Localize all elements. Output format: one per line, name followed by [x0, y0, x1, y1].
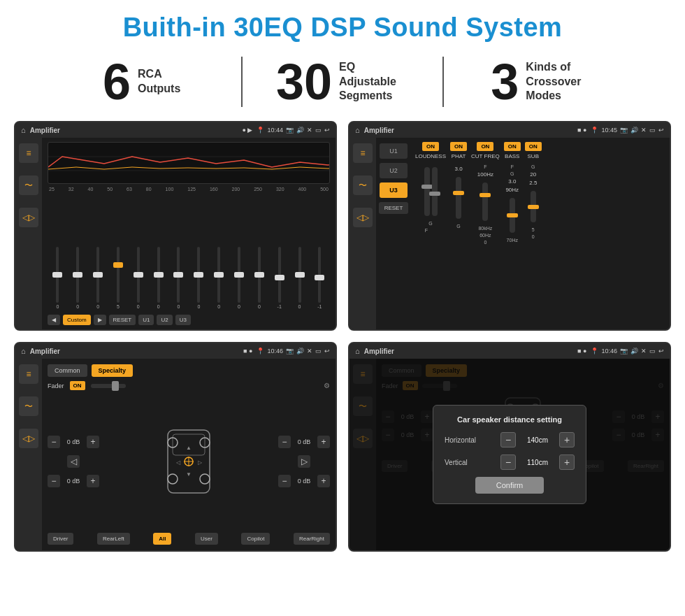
settings-icon[interactable]: ⚙	[324, 382, 330, 389]
eq-slider-1[interactable]: 0	[73, 247, 82, 309]
eq-mode-icon[interactable]: ≡	[19, 143, 38, 163]
volume-ctrl-icon-2[interactable]: ◁▷	[353, 208, 373, 227]
eq-slider-7[interactable]: 0	[194, 247, 203, 309]
window-icon-2: ▭	[649, 127, 656, 134]
eq-slider-12[interactable]: 0	[295, 247, 305, 309]
home-icon-4[interactable]: ⌂	[355, 347, 360, 355]
eq-slider-0[interactable]: 0	[52, 247, 62, 309]
user-btn-3[interactable]: User	[195, 533, 218, 545]
eq-sliders-row: 0 0 0 5 0	[48, 194, 330, 312]
cutfreq-on-btn[interactable]: ON	[477, 142, 493, 151]
driver-btn[interactable]: Driver	[48, 533, 73, 545]
wave-icon[interactable]: 〜	[19, 176, 38, 195]
home-icon-2[interactable]: ⌂	[355, 126, 360, 134]
u1-btn-1[interactable]: U1	[138, 315, 154, 325]
top-right-db: − 0 dB +	[278, 436, 330, 448]
eq-slider-2[interactable]: 0	[93, 247, 103, 309]
vertical-value: 110cm	[520, 459, 555, 466]
home-icon-3[interactable]: ⌂	[21, 347, 26, 355]
vertical-minus-btn[interactable]: −	[500, 454, 516, 470]
home-icon-1[interactable]: ⌂	[21, 126, 26, 134]
distance-dialog: Car speaker distance setting Horizontal …	[433, 405, 586, 504]
left-btn[interactable]: ◁	[67, 455, 80, 468]
bottom-right-minus[interactable]: −	[278, 475, 291, 487]
status-bar-3: ⌂ Amplifier ■ ● 📍 10:46 📷 🔊 ✕ ▭ ↩	[15, 343, 336, 359]
vertical-plus-btn[interactable]: +	[559, 454, 575, 470]
horizontal-plus-btn[interactable]: +	[559, 432, 575, 447]
page-title: Buith-in 30EQ DSP Sound System	[0, 0, 685, 50]
mode-tabs: Common Specialty	[48, 364, 330, 377]
u3-select-btn[interactable]: U3	[380, 182, 408, 198]
app-name-4: Amplifier	[364, 348, 573, 355]
top-left-plus[interactable]: +	[87, 436, 99, 448]
speaker-layout: − 0 dB + ◁ − 0 dB +	[48, 394, 330, 529]
loudness-on-btn[interactable]: ON	[422, 142, 439, 151]
confirm-button[interactable]: Confirm	[475, 477, 545, 494]
dialog-title: Car speaker distance setting	[445, 415, 575, 424]
u3-btn-1[interactable]: U3	[175, 315, 191, 325]
phat-on-btn[interactable]: ON	[450, 142, 467, 151]
eq-slider-6[interactable]: 0	[173, 247, 183, 309]
bottom-left-minus[interactable]: −	[48, 475, 60, 487]
specialty-tab[interactable]: Specialty	[92, 364, 134, 377]
bottom-btns-3: Driver RearLeft All User Copilot RearRig…	[48, 533, 330, 545]
vertical-row: Vertical − 110cm +	[445, 454, 575, 470]
reset-btn-2[interactable]: RESET	[379, 202, 409, 214]
u2-select-btn[interactable]: U2	[380, 163, 408, 178]
prev-preset-btn[interactable]: ◀	[48, 315, 60, 325]
u2-btn-1[interactable]: U2	[157, 315, 172, 325]
status-bar-2: ⌂ Amplifier ■ ● 📍 10:45 📷 🔊 ✕ ▭ ↩	[349, 122, 670, 138]
horizontal-minus-btn[interactable]: −	[500, 432, 516, 447]
next-preset-btn[interactable]: ▶	[94, 315, 106, 325]
eq-slider-9[interactable]: 0	[234, 247, 244, 309]
back-icon-2: ↩	[658, 127, 664, 134]
top-right-minus[interactable]: −	[278, 436, 291, 448]
wave-icon-3[interactable]: 〜	[19, 396, 38, 416]
volume-ctrl-icon[interactable]: ◁▷	[19, 208, 38, 227]
eq-slider-8[interactable]: 0	[214, 247, 224, 309]
eq-slider-4[interactable]: 0	[134, 247, 143, 309]
svg-text:▲: ▲	[186, 445, 192, 451]
eq-slider-5[interactable]: 0	[154, 247, 164, 309]
copilot-btn[interactable]: Copilot	[241, 533, 270, 545]
bass-col: ON BASS F G 3.0 90Hz 70Hz	[504, 142, 521, 325]
bass-on-btn[interactable]: ON	[504, 142, 521, 151]
sub-on-btn[interactable]: ON	[525, 142, 542, 151]
top-right-plus[interactable]: +	[317, 436, 330, 448]
horizontal-label: Horizontal	[445, 436, 486, 444]
right-btn[interactable]: ▷	[298, 455, 310, 468]
fader-on-btn[interactable]: ON	[70, 381, 85, 390]
custom-btn[interactable]: Custom	[63, 315, 91, 325]
nav-arrows-right: ▷	[278, 455, 330, 468]
dialog-overlay: Car speaker distance setting Horizontal …	[349, 359, 670, 550]
bottom-left-plus[interactable]: +	[87, 475, 99, 487]
rear-right-btn[interactable]: RearRight	[294, 533, 330, 545]
common-tab[interactable]: Common	[48, 364, 87, 377]
top-left-minus[interactable]: −	[48, 436, 60, 448]
status-bar-1: ⌂ Amplifier ● ▶ 📍 10:44 📷 🔊 ✕ ▭ ↩	[15, 122, 336, 138]
fader-row: Fader ON ⚙	[48, 381, 330, 390]
reset-btn-1[interactable]: RESET	[109, 315, 136, 325]
wave-icon-2[interactable]: 〜	[353, 176, 373, 195]
side-icons-1: ≡ 〜 ◁▷	[15, 138, 42, 329]
eq-slider-11[interactable]: -1	[275, 247, 284, 309]
eq-slider-13[interactable]: -1	[315, 247, 324, 309]
balance-icon-3[interactable]: ◁▷	[19, 429, 38, 448]
svg-point-6	[168, 474, 178, 484]
stat-rca-desc: RCA Outputs	[138, 67, 180, 96]
screen-distance: ⌂ Amplifier ■ ● 📍 10:46 📷 🔊 ✕ ▭ ↩ ≡ 〜 ◁▷	[348, 342, 671, 552]
fader-slider[interactable]	[91, 384, 126, 388]
close-icon-4: ✕	[641, 348, 647, 354]
top-left-val: 0 dB	[63, 438, 84, 445]
u1-select-btn[interactable]: U1	[380, 143, 408, 159]
bottom-right-plus[interactable]: +	[317, 475, 330, 487]
eq-slider-3[interactable]: 5	[113, 247, 123, 309]
rear-left-btn[interactable]: RearLeft	[97, 533, 130, 545]
eq-mode-icon-2[interactable]: ≡	[353, 143, 373, 163]
status-icons-1: 📍 10:44 📷 🔊 ✕ ▭ ↩	[257, 127, 330, 134]
bass-label: BASS	[505, 153, 519, 159]
eq-slider-10[interactable]: 0	[254, 247, 264, 309]
svg-text:◁: ◁	[176, 459, 181, 466]
eq-mode-icon-3[interactable]: ≡	[19, 364, 38, 384]
all-btn[interactable]: All	[153, 533, 171, 545]
